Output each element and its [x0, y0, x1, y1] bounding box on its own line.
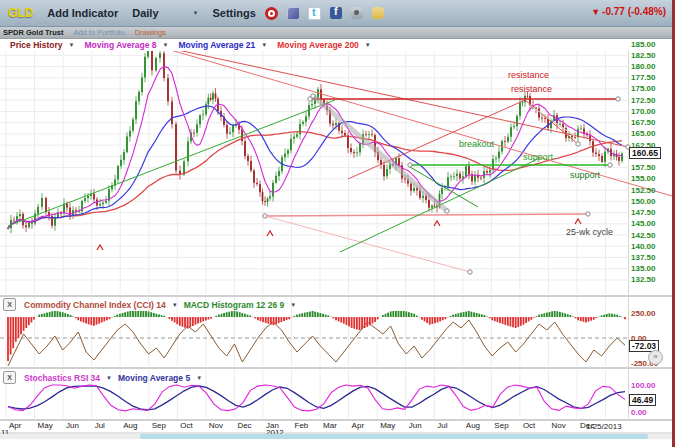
stoch-axis: 100.000.00 [631, 0, 672, 447]
symbol-logo: GLD [8, 6, 33, 20]
period-select[interactable]: Daily [132, 7, 158, 19]
month-label: Aug [466, 421, 480, 430]
month-label: Dec [237, 421, 251, 430]
annotation-support: support [523, 152, 553, 162]
add-indicator-button[interactable]: Add Indicator [47, 7, 118, 19]
month-label: Mar [323, 421, 337, 430]
annotation-breakout: breakout [459, 139, 494, 149]
chevron-down-icon[interactable]: ▼ [365, 42, 371, 48]
last-price-box: 160.65 [629, 147, 661, 159]
annotation-support: support [570, 170, 600, 180]
month-label: May [38, 421, 53, 430]
symbol-name: SPDR Gold Trust [3, 28, 63, 37]
scrollbar-thumb[interactable] [140, 434, 648, 439]
price-change-badge: ▼-0.77 (-0.48%) [591, 6, 666, 17]
chevron-down-icon[interactable]: ▼ [172, 302, 178, 308]
legend-price-history[interactable]: Price History [10, 40, 62, 50]
month-label: Feb [295, 421, 309, 430]
jump-to-latest-button[interactable]: » [648, 350, 663, 365]
axis-tick: 100.00 [631, 381, 655, 390]
cci-title[interactable]: Commodity Channel Index (CCI) 14 [24, 300, 166, 310]
series-legend: Price History▼ Moving Average 8▼ Moving … [0, 38, 672, 51]
chevron-down-icon[interactable]: ▼ [261, 42, 267, 48]
stoch-value-box: 46.49 [629, 394, 656, 406]
stoch-title[interactable]: Stochastics RSI 34 [24, 373, 100, 383]
stoch-ma-title[interactable]: Moving Average 5 [118, 373, 190, 383]
close-icon[interactable]: X [3, 371, 16, 384]
chevron-down-icon[interactable]: ▼ [290, 302, 296, 308]
close-icon[interactable]: X [3, 298, 16, 311]
settings-button[interactable]: Settings [212, 7, 255, 19]
twitter-icon[interactable] [308, 7, 321, 20]
axis-tick: 0.00 [631, 408, 647, 417]
month-label: Sep [152, 421, 166, 430]
end-date-label: 1/25/2013 [586, 422, 622, 431]
month-label: May [380, 421, 395, 430]
add-to-portfolio-link[interactable]: Add to Portfolio [73, 28, 124, 37]
stoch-panel-header: X Stochastics RSI 34 ▼ Moving Average 5 … [3, 371, 202, 384]
drawings-link[interactable]: Drawings [135, 28, 166, 37]
timer-icon[interactable] [265, 7, 278, 20]
down-arrow-icon: ▼ [591, 7, 600, 17]
month-label: Jul [95, 421, 105, 430]
top-toolbar: GLD Add Indicator Daily ▼ Settings ▼-0.7… [0, 0, 672, 27]
legend-ma200[interactable]: Moving Average 200 [277, 40, 359, 50]
legend-ma21[interactable]: Moving Average 21 [178, 40, 255, 50]
camera-icon[interactable] [351, 7, 363, 19]
month-label: Nov [551, 421, 565, 430]
month-label: Jun [409, 421, 422, 430]
macd-title[interactable]: MACD Histogram 12 26 9 [184, 300, 285, 310]
chat-icon[interactable] [372, 7, 384, 19]
charting-app: GLD Add Indicator Daily ▼ Settings ▼-0.7… [0, 0, 675, 447]
annotation-resistance: resistance [511, 84, 552, 94]
scrollbar-track[interactable] [0, 434, 672, 439]
legend-ma8[interactable]: Moving Average 8 [84, 40, 156, 50]
cci-panel-header: X Commodity Channel Index (CCI) 14 ▼ MAC… [3, 298, 296, 311]
month-label: Nov [209, 421, 223, 430]
month-label: Apr [9, 421, 21, 430]
month-label: Oct [523, 421, 535, 430]
month-label: Sep [494, 421, 508, 430]
annotation-25-wk-cycle: 25-wk cycle [566, 227, 613, 237]
month-label: Aug [123, 421, 137, 430]
chevron-down-icon[interactable]: ▼ [106, 375, 112, 381]
chevron-down-icon[interactable]: ▼ [163, 42, 169, 48]
chevron-down-icon[interactable]: ▼ [193, 10, 199, 16]
cube-icon[interactable] [287, 7, 299, 19]
month-label: Oct [180, 421, 192, 430]
annotation-resistance: resistance [508, 70, 549, 80]
chevron-down-icon[interactable]: ▼ [196, 375, 202, 381]
chevron-down-icon[interactable]: ▼ [68, 42, 74, 48]
month-label: Apr [352, 421, 364, 430]
month-label: Jul [437, 421, 447, 430]
symbol-bar: SPDR Gold Trust Add to Portfolio Drawing… [0, 27, 672, 39]
month-label: Jun [66, 421, 79, 430]
facebook-icon[interactable] [330, 7, 342, 19]
